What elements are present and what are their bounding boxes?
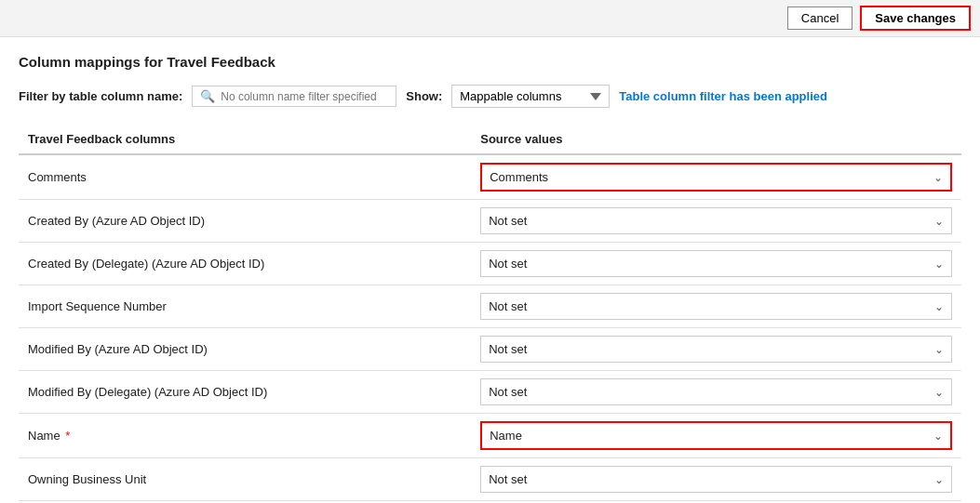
table-row: Name *Not setCommentsNameCreated ByModif… <box>19 414 961 458</box>
source-value-select[interactable]: Not setCommentsNameCreated ByModified By… <box>481 467 951 492</box>
filter-bar: Filter by table column name: 🔍 Show: Map… <box>19 85 961 108</box>
filter-input-wrapper: 🔍 <box>192 86 396 107</box>
source-select-wrapper: Not setCommentsNameCreated ByModified By… <box>480 293 952 320</box>
table-row: CommentsNot setCommentsNameCreated ByMod… <box>19 154 961 200</box>
source-select-wrapper: Not setCommentsNameCreated ByModified By… <box>480 163 952 192</box>
source-value-cell: Not setCommentsNameCreated ByModified By… <box>471 328 961 371</box>
source-select-wrapper: Not setCommentsNameCreated ByModified By… <box>480 378 952 405</box>
source-select-wrapper: Not setCommentsNameCreated ByModified By… <box>480 466 952 493</box>
column-mappings-table: Travel Feedback columns Source values Co… <box>19 125 961 501</box>
column-name-cell: Created By (Delegate) (Azure AD Object I… <box>19 243 471 285</box>
source-value-select[interactable]: Not setCommentsNameCreated ByModified By… <box>481 208 951 233</box>
source-select-wrapper: Not setCommentsNameCreated ByModified By… <box>480 336 952 363</box>
column-name-cell: Modified By (Azure AD Object ID) <box>19 328 471 371</box>
source-value-cell: Not setCommentsNameCreated ByModified By… <box>471 154 961 200</box>
source-value-cell: Not setCommentsNameCreated ByModified By… <box>471 458 961 501</box>
top-bar: Cancel Save changes <box>0 0 980 37</box>
column-name-cell: Created By (Azure AD Object ID) <box>19 200 471 243</box>
source-value-select[interactable]: Not setCommentsNameCreated ByModified By… <box>481 294 951 319</box>
column-name-cell: Name * <box>19 414 471 458</box>
save-changes-button[interactable]: Save changes <box>860 6 971 31</box>
table-row: Created By (Azure AD Object ID)Not setCo… <box>19 200 961 243</box>
filter-applied-message: Table column filter has been applied <box>619 89 827 103</box>
source-value-cell: Not setCommentsNameCreated ByModified By… <box>471 243 961 285</box>
column-name-cell: Owning Business Unit <box>19 458 471 501</box>
source-value-cell: Not setCommentsNameCreated ByModified By… <box>471 285 961 328</box>
source-select-wrapper: Not setCommentsNameCreated ByModified By… <box>480 207 952 234</box>
table-row: Import Sequence NumberNot setCommentsNam… <box>19 285 961 328</box>
source-value-cell: Not setCommentsNameCreated ByModified By… <box>471 371 961 414</box>
source-select-wrapper: Not setCommentsNameCreated ByModified By… <box>480 421 952 450</box>
table-row: Modified By (Azure AD Object ID)Not setC… <box>19 328 961 371</box>
show-select[interactable]: Mappable columns All columns Mapped colu… <box>451 85 610 108</box>
source-value-select[interactable]: Not setCommentsNameCreated ByModified By… <box>482 165 950 190</box>
table-row: Created By (Delegate) (Azure AD Object I… <box>19 243 961 285</box>
filter-by-label: Filter by table column name: <box>19 89 182 103</box>
table-row: Modified By (Delegate) (Azure AD Object … <box>19 371 961 414</box>
cancel-button[interactable]: Cancel <box>787 7 852 30</box>
page-title: Column mappings for Travel Feedback <box>19 54 961 70</box>
search-icon: 🔍 <box>200 89 215 103</box>
source-value-select[interactable]: Not setCommentsNameCreated ByModified By… <box>481 251 951 276</box>
table-row: Owning Business UnitNot setCommentsNameC… <box>19 458 961 501</box>
source-value-select[interactable]: Not setCommentsNameCreated ByModified By… <box>481 379 951 404</box>
column-name-filter-input[interactable] <box>221 90 388 103</box>
source-select-wrapper: Not setCommentsNameCreated ByModified By… <box>480 250 952 277</box>
show-label: Show: <box>406 89 442 103</box>
main-content: Column mappings for Travel Feedback Filt… <box>0 37 980 503</box>
table-header-row: Travel Feedback columns Source values <box>19 125 961 154</box>
source-value-select[interactable]: Not setCommentsNameCreated ByModified By… <box>481 337 951 362</box>
source-value-cell: Not setCommentsNameCreated ByModified By… <box>471 200 961 243</box>
required-indicator: * <box>62 429 71 443</box>
column-name-cell: Modified By (Delegate) (Azure AD Object … <box>19 371 471 414</box>
source-value-cell: Not setCommentsNameCreated ByModified By… <box>471 414 961 458</box>
column-name-cell: Comments <box>19 154 471 200</box>
source-value-select[interactable]: Not setCommentsNameCreated ByModified By… <box>482 423 950 448</box>
col-header-source-values: Source values <box>471 125 961 154</box>
col-header-feedback-columns: Travel Feedback columns <box>19 125 471 154</box>
column-name-cell: Import Sequence Number <box>19 285 471 328</box>
